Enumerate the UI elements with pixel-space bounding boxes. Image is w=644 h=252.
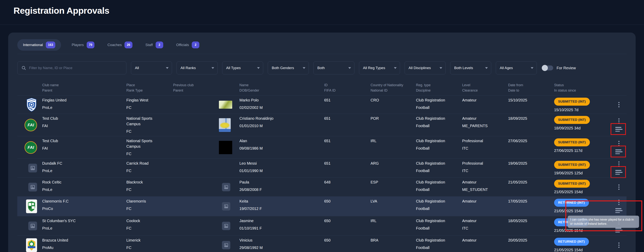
filter-dropdown[interactable]: All Reg Types [359, 61, 400, 74]
player-photo [219, 202, 230, 210]
player-photo [219, 101, 232, 109]
country: ESP [370, 180, 412, 185]
discipline: Football [416, 105, 458, 110]
filter-dropdown[interactable]: Both Genders [268, 61, 309, 74]
filter-dropdown[interactable]: All Types [222, 61, 263, 74]
column-header: Country of Nationality National ID [370, 82, 416, 93]
registration-id: 650 [324, 198, 366, 204]
date-from: 21/05/2025 [508, 180, 550, 185]
reg-type: Club Registration [416, 116, 458, 121]
player-name: Leo Messi [240, 161, 320, 166]
filter-dropdown[interactable]: Both [313, 61, 354, 74]
rank-type: FC [126, 129, 162, 134]
status-since: 18/09/2025 34d [554, 125, 580, 131]
filter-dropdown[interactable]: All Ranks [176, 61, 218, 74]
rank-type: FC [126, 187, 162, 192]
table-row[interactable]: Rock Celtic ProLe Blackrock FC Paula 26/… [17, 177, 626, 196]
player-name: Marko Polo [240, 97, 320, 103]
table-row[interactable]: FAI Test Club FAI National Sports Campus… [17, 136, 626, 159]
dob-gender: 09/08/1986 M [240, 146, 320, 151]
table-row[interactable]: St Columban's SYC ProLe Coolock FC Jasmi… [17, 216, 626, 235]
status-since: 21/05/2025 154d [554, 247, 582, 252]
status-since: 15/10/2025 7d [554, 107, 578, 112]
place: Blackrock [126, 180, 162, 185]
tab-coaches[interactable]: Coaches 26 [105, 39, 135, 51]
table-row[interactable]: Claremorris F.C ProCo Claremorris FC Kei… [17, 196, 626, 216]
column-header: Previous club Parent [173, 82, 219, 93]
dob-gender: 19/07/2012 F [240, 206, 320, 211]
table-row[interactable]: Dundalk FC ProLe Carrick Road FC Leo Mes… [17, 159, 626, 177]
status-badge: SUBMITTED (INT) [554, 98, 590, 106]
registration-id: 651 [324, 138, 366, 144]
clearance: ITC [462, 146, 504, 151]
table-row[interactable]: Brazuca United ProMu Limerick FC Viniciu… [17, 235, 626, 252]
filter-dropdown[interactable]: Both Levels [450, 61, 491, 74]
reg-type: Club Registration [416, 97, 458, 103]
dob-gender: 29/08/1992 M [240, 245, 320, 250]
dropdown-value: Both Levels [454, 66, 473, 70]
tab-label: Players [72, 43, 84, 47]
country: IRL [370, 218, 412, 224]
filter-dropdown[interactable]: All Ages [496, 61, 537, 74]
status-since: 21/05/2025 154d [554, 189, 582, 195]
tab-staff[interactable]: Staff 2 [143, 39, 166, 51]
date-from: 17/05/2025 [508, 198, 550, 204]
place: Claremorris [126, 198, 162, 204]
tab-officials[interactable]: Officials 2 [174, 39, 202, 51]
tab-players[interactable]: Players 79 [69, 39, 97, 51]
clearance: ME_PARENTS [462, 123, 504, 129]
dob-gender: 01/10/1991 F [240, 225, 320, 231]
filter-dropdown[interactable]: All [131, 61, 172, 74]
registration-id: 651 [324, 161, 366, 166]
table-body: 20 15 Finglas United ProLe Finglas West … [17, 95, 626, 252]
table-header-spacer [17, 82, 42, 93]
dropdown-value: All [135, 66, 139, 70]
table-row[interactable]: FAI Test Club FAI National Sports Campus… [17, 114, 626, 136]
club-parent: ProLe [42, 187, 122, 192]
dropdown-value: Both [317, 66, 325, 70]
level: Amateur [462, 237, 504, 243]
club-name: Test Club [42, 116, 122, 121]
place: National Sports Campus [126, 138, 162, 149]
status-badge: SUBMITTED (INT) [554, 138, 590, 146]
chevron-down-icon [394, 67, 396, 69]
status-badge: RETURNED (INT) [554, 238, 589, 246]
date-from: 27/06/2025 [508, 138, 550, 144]
country: IRL [370, 138, 412, 144]
clearance: ITC [462, 225, 504, 231]
place: Carrick Road [126, 161, 162, 166]
kebab-menu-icon[interactable] [618, 161, 620, 167]
club-logo [28, 164, 37, 172]
annotation-box-large [565, 200, 642, 231]
reg-type: Club Registration [416, 237, 458, 243]
kebab-menu-icon[interactable] [618, 141, 620, 146]
status-since: 19/06/2025 125d [554, 170, 582, 176]
level: Professional [462, 161, 504, 166]
annotation-box [610, 123, 626, 135]
filter-dropdown[interactable]: All Disciplines [404, 61, 446, 74]
discipline: Football [416, 225, 458, 231]
kebab-menu-icon[interactable] [618, 242, 620, 248]
player-name: Vinicius [240, 237, 320, 243]
chevron-down-icon [212, 67, 214, 69]
rank-type: FC [126, 105, 162, 110]
dropdown-value: All Types [226, 66, 241, 70]
club-parent: FAI [42, 123, 122, 129]
for-review-toggle[interactable] [542, 65, 553, 70]
club-parent: ProLe [42, 168, 122, 174]
chevron-down-icon [166, 67, 168, 69]
rank-type: FC [126, 206, 162, 211]
tab-international[interactable]: International 163 [17, 39, 61, 51]
kebab-menu-icon[interactable] [618, 184, 620, 190]
player-name: Cristiano Ronaldinjo [240, 116, 320, 121]
table-row[interactable]: 20 15 Finglas United ProLe Finglas West … [17, 95, 626, 114]
kebab-menu-icon[interactable] [618, 118, 620, 124]
status-badge: SUBMITTED (INT) [554, 116, 590, 124]
place: Limerick [126, 237, 162, 243]
club-logo [26, 238, 37, 252]
tabs: International 163 Players 79 Coaches 26 … [17, 39, 626, 51]
level: Amateur [462, 198, 504, 204]
club-parent: ProMu [42, 245, 122, 250]
kebab-menu-icon[interactable] [618, 102, 620, 107]
search-input[interactable]: Filter by Name, ID or Place [17, 61, 126, 74]
